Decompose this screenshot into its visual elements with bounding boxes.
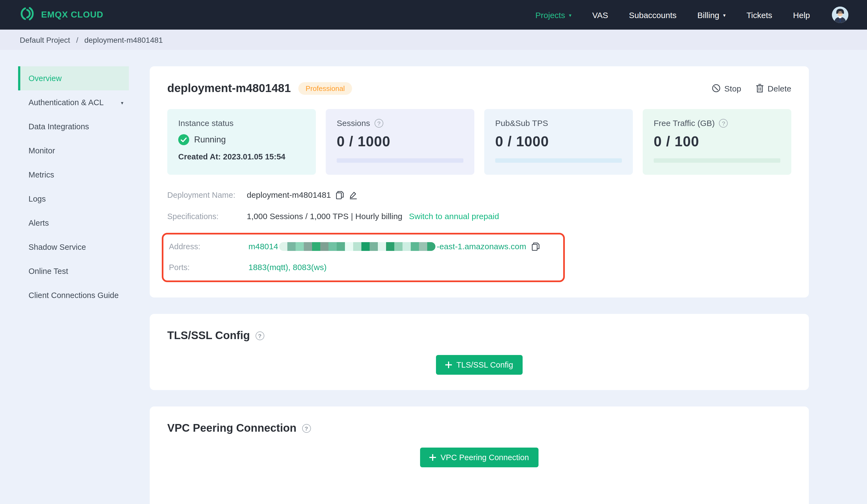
created-at: Created At: 2023.01.05 15:54 <box>178 152 305 161</box>
breadcrumb-project[interactable]: Default Project <box>20 35 70 44</box>
copy-icon[interactable] <box>336 190 344 199</box>
plan-badge: Professional <box>299 82 352 95</box>
copy-icon[interactable] <box>531 242 539 251</box>
add-tls-ssl-config-button[interactable]: TLS/SSL Config <box>436 355 523 375</box>
check-circle-icon <box>178 134 189 145</box>
help-icon[interactable]: ? <box>375 119 383 127</box>
sidebar-item-client-connections-guide[interactable]: Client Connections Guide <box>18 283 129 307</box>
top-nav: EMQX CLOUD Projects▾ VAS Subaccounts Bil… <box>0 0 867 30</box>
chevron-down-icon: ▾ <box>121 100 124 106</box>
sidebar-item-alerts[interactable]: Alerts <box>18 211 129 235</box>
nav-subaccounts[interactable]: Subaccounts <box>629 10 676 20</box>
content: Overview Authentication & ACL ▾ Data Int… <box>0 50 867 504</box>
vpc-peering-card: VPC Peering Connection ? VPC Peering Con… <box>150 406 809 504</box>
sidebar-item-authentication-acl[interactable]: Authentication & ACL ▾ <box>18 90 129 114</box>
ports-row: Ports: 1883(mqtt), 8083(ws) <box>169 262 558 272</box>
traffic-value: 0 / 100 <box>654 133 780 150</box>
sessions-card: Sessions ? 0 / 1000 <box>326 109 474 175</box>
specifications-value: 1,000 Sessions / 1,000 TPS | Hourly bill… <box>247 211 403 221</box>
deployment-card: deployment-m4801481 Professional Stop <box>150 66 809 297</box>
specifications-row: Specifications: 1,000 Sessions / 1,000 T… <box>167 211 791 221</box>
switch-annual-prepaid-link[interactable]: Switch to annual prepaid <box>409 211 499 221</box>
status-badge: Running <box>194 135 226 145</box>
deployment-name-value: deployment-m4801481 <box>247 190 331 199</box>
help-icon[interactable]: ? <box>302 424 311 432</box>
help-icon[interactable]: ? <box>719 119 728 127</box>
plus-icon <box>430 454 436 461</box>
nav-vas[interactable]: VAS <box>592 10 608 20</box>
breadcrumb: Default Project / deployment-m4801481 <box>0 30 867 50</box>
sidebar-item-overview[interactable]: Overview <box>18 66 129 90</box>
sidebar-item-data-integrations[interactable]: Data Integrations <box>18 114 129 139</box>
user-avatar[interactable] <box>832 7 848 23</box>
emqx-logo-icon <box>19 6 35 24</box>
tls-title: TLS/SSL Config <box>167 329 250 342</box>
add-vpc-peering-button[interactable]: VPC Peering Connection <box>420 448 538 467</box>
sessions-progress-bar <box>337 158 463 163</box>
address-value-prefix: m48014 <box>248 242 278 251</box>
nav-projects[interactable]: Projects▾ <box>535 10 571 20</box>
delete-button[interactable]: Delete <box>756 84 791 93</box>
address-redacted <box>279 242 436 251</box>
emqx-cloud-console: EMQX CLOUD Projects▾ VAS Subaccounts Bil… <box>0 0 867 504</box>
chevron-down-icon: ▾ <box>723 13 726 18</box>
sidebar-item-logs[interactable]: Logs <box>18 187 129 211</box>
traffic-progress-bar <box>654 158 780 163</box>
page-title: deployment-m4801481 <box>167 81 291 95</box>
breadcrumb-separator: / <box>76 35 78 44</box>
tps-value: 0 / 1000 <box>495 133 622 150</box>
stop-icon <box>712 84 720 92</box>
sidebar-item-online-test[interactable]: Online Test <box>18 259 129 283</box>
pubsub-tps-card: Pub&Sub TPS 0 / 1000 <box>484 109 633 175</box>
ports-value: 1883(mqtt), 8083(ws) <box>248 262 327 272</box>
trash-icon <box>756 84 764 92</box>
brand-name: EMQX CLOUD <box>41 10 103 20</box>
sessions-value: 0 / 1000 <box>337 133 463 150</box>
sidebar: Overview Authentication & ACL ▾ Data Int… <box>0 66 129 307</box>
top-nav-items: Projects▾ VAS Subaccounts Billing▾ Ticke… <box>535 7 848 23</box>
vpc-title: VPC Peering Connection <box>167 422 297 435</box>
stop-button[interactable]: Stop <box>712 84 741 93</box>
chevron-down-icon: ▾ <box>569 13 571 18</box>
sidebar-item-metrics[interactable]: Metrics <box>18 163 129 187</box>
address-row: Address: m48014-east-1.amazonaws.com <box>169 242 558 251</box>
free-traffic-card: Free Traffic (GB) ? 0 / 100 <box>643 109 791 175</box>
annotation-highlight-box: Address: m48014-east-1.amazonaws.com <box>162 233 565 282</box>
breadcrumb-current: deployment-m4801481 <box>84 35 163 44</box>
nav-billing[interactable]: Billing▾ <box>697 10 726 20</box>
plus-icon <box>446 362 452 368</box>
nav-help[interactable]: Help <box>793 10 810 20</box>
tls-ssl-card: TLS/SSL Config ? TLS/SSL Config <box>150 314 809 390</box>
tps-progress-bar <box>495 158 622 163</box>
brand[interactable]: EMQX CLOUD <box>19 6 103 24</box>
nav-tickets[interactable]: Tickets <box>746 10 772 20</box>
help-icon[interactable]: ? <box>255 331 264 340</box>
sidebar-item-monitor[interactable]: Monitor <box>18 139 129 163</box>
instance-status-card: Instance status Running Created At: 2023… <box>167 109 316 175</box>
main-panel: deployment-m4801481 Professional Stop <box>150 66 809 504</box>
edit-icon[interactable] <box>349 190 358 199</box>
address-value-suffix: -east-1.amazonaws.com <box>437 242 526 251</box>
deployment-name-row: Deployment Name: deployment-m4801481 <box>167 190 791 199</box>
sidebar-item-shadow-service[interactable]: Shadow Service <box>18 235 129 259</box>
